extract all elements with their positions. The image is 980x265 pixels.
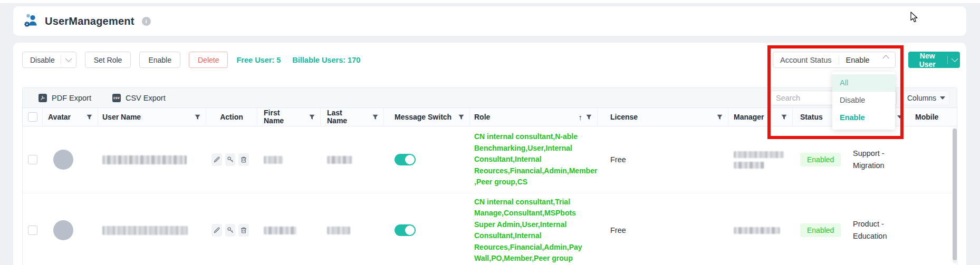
- button-divider: [61, 55, 61, 64]
- row-checkbox[interactable]: [28, 225, 37, 235]
- team-cell: Product - Education: [853, 218, 887, 242]
- caret-down-icon: [940, 96, 945, 100]
- column-header-last-name[interactable]: Last Name: [321, 108, 384, 126]
- page-header: UserManagement: [13, 6, 966, 36]
- filter-icon[interactable]: [586, 114, 592, 120]
- top-strip: [0, 0, 980, 3]
- chevron-down-icon[interactable]: [952, 55, 958, 62]
- filter-icon[interactable]: [195, 114, 200, 120]
- chevron-up-icon: [882, 55, 889, 62]
- filter-icon[interactable]: [781, 114, 787, 120]
- select-divider: [839, 56, 839, 64]
- avatar: [53, 150, 73, 170]
- edit-user-button[interactable]: [212, 153, 222, 166]
- key-icon: [227, 156, 234, 163]
- info-icon[interactable]: [142, 17, 151, 26]
- chevron-down-icon[interactable]: [65, 55, 72, 62]
- select-all-checkbox[interactable]: [28, 112, 37, 122]
- account-status-value: Enable: [846, 56, 870, 64]
- trash-icon: [240, 227, 247, 234]
- csv-export-button[interactable]: csv CSV Export: [112, 94, 166, 102]
- filter-icon[interactable]: [717, 114, 723, 120]
- redacted-manager: [734, 151, 784, 169]
- column-header-role[interactable]: Role: [470, 108, 598, 126]
- disable-button[interactable]: Disable: [22, 52, 76, 68]
- team-cell: Support - Migration: [853, 148, 885, 172]
- delete-button[interactable]: Delete: [189, 52, 228, 68]
- message-switch-toggle[interactable]: [395, 154, 416, 165]
- toggle-knob: [405, 225, 415, 235]
- column-header-manager[interactable]: Manager: [728, 108, 793, 126]
- avatar: [53, 220, 73, 240]
- role-cell: CN internal consultant,N-able Benchmarki…: [474, 131, 597, 188]
- user-management-page: { "header": { "title": "UserManagement" …: [0, 0, 980, 265]
- column-header-mobile[interactable]: Mobile: [909, 108, 957, 126]
- redacted-first-name: [264, 227, 296, 234]
- pdf-export-label: PDF Export: [52, 94, 91, 102]
- columns-button[interactable]: Columns: [903, 91, 949, 105]
- license-cell: Free: [610, 226, 626, 234]
- redacted-first-name: [264, 156, 283, 164]
- users-table: PDF Export csv CSV Export Columns Avatar…: [22, 87, 957, 265]
- table-row: CN internal consultant,Trial Manage,Cons…: [23, 193, 957, 265]
- bulk-action-toolbar: Disable Set Role Enable Delete Free User…: [22, 52, 360, 68]
- reset-password-button[interactable]: [225, 224, 236, 237]
- user-management-app-icon: [23, 13, 39, 29]
- status-badge: Enabled: [800, 223, 841, 237]
- set-role-button[interactable]: Set Role: [85, 52, 131, 68]
- table-scrollbar: [953, 127, 957, 263]
- pdf-export-button[interactable]: PDF Export: [39, 94, 91, 102]
- account-status-select[interactable]: Account Status Enable: [773, 52, 896, 68]
- new-user-button[interactable]: New User: [908, 52, 960, 68]
- filter-icon[interactable]: [372, 114, 378, 120]
- filter-icon[interactable]: [458, 114, 464, 120]
- redacted-user-name: [102, 155, 187, 164]
- columns-label: Columns: [907, 94, 936, 102]
- column-header-action: Action: [206, 108, 257, 126]
- table-row: CN internal consultant,N-able Benchmarki…: [23, 126, 957, 193]
- pencil-icon: [213, 156, 220, 163]
- status-badge: Enabled: [800, 153, 841, 166]
- page-title: UserManagement: [45, 15, 134, 27]
- filter-icon[interactable]: [87, 114, 92, 120]
- csv-file-icon: csv: [112, 94, 121, 102]
- pdf-file-icon: [39, 94, 47, 102]
- license-cell: Free: [610, 155, 626, 164]
- column-header-avatar[interactable]: Avatar: [43, 108, 98, 126]
- toggle-knob: [405, 155, 415, 164]
- delete-user-button[interactable]: [238, 153, 249, 166]
- reset-password-button[interactable]: [225, 153, 236, 166]
- dropdown-option-disable[interactable]: Disable: [832, 92, 895, 109]
- key-icon: [227, 227, 234, 234]
- column-header-license[interactable]: License: [598, 108, 728, 126]
- redacted-user-name: [102, 226, 188, 235]
- account-status-label: Account Status: [780, 56, 832, 64]
- delete-user-button[interactable]: [238, 224, 249, 237]
- redacted-last-name: [327, 227, 350, 234]
- sort-ascending-icon[interactable]: [579, 113, 583, 121]
- column-header-first-name[interactable]: First Name: [257, 108, 321, 126]
- column-header-message-switch[interactable]: Message Switch: [384, 108, 470, 126]
- free-user-count: Free User: 5: [236, 56, 281, 64]
- billable-users-count: Billable Users: 170: [292, 56, 360, 64]
- grid-toolbar: PDF Export csv CSV Export Columns: [23, 88, 957, 108]
- csv-export-label: CSV Export: [126, 94, 166, 102]
- dropdown-option-all[interactable]: All: [832, 74, 895, 92]
- role-cell: CN internal consultant,Trial Manage,Cons…: [474, 197, 582, 264]
- redacted-manager: [734, 227, 780, 234]
- filter-icon[interactable]: [309, 114, 315, 120]
- table-header-row: Avatar User Name Action First Name Last …: [23, 108, 957, 126]
- column-header-user-name[interactable]: User Name: [98, 108, 206, 126]
- caret-down-icon[interactable]: [897, 115, 902, 119]
- dropdown-option-enable[interactable]: Enable: [832, 109, 895, 126]
- row-checkbox[interactable]: [28, 155, 37, 164]
- pencil-icon: [213, 227, 220, 234]
- button-divider: [947, 56, 948, 64]
- trash-icon: [240, 156, 247, 163]
- disable-button-label: Disable: [30, 56, 55, 64]
- enable-button[interactable]: Enable: [139, 52, 180, 68]
- scrollbar-thumb[interactable]: [953, 129, 957, 260]
- edit-user-button[interactable]: [212, 224, 222, 237]
- message-switch-toggle[interactable]: [395, 224, 416, 236]
- new-user-label: New User: [911, 52, 943, 68]
